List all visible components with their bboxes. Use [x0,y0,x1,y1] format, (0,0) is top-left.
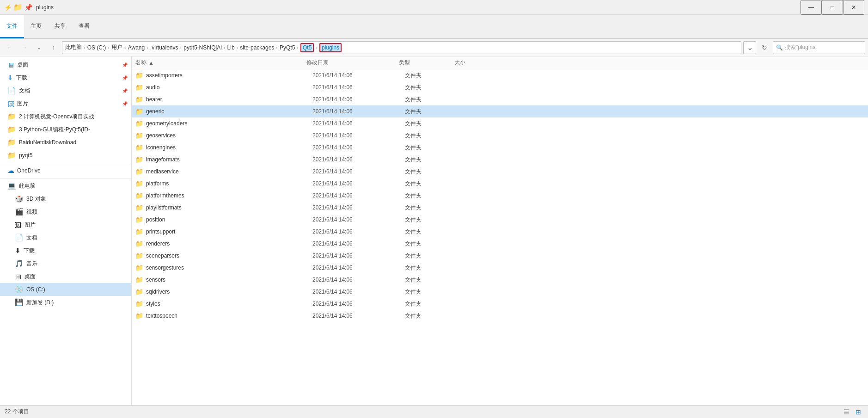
pin-icon: 📌 [24,3,32,12]
sidebar-item-documents-quick[interactable]: 📄 文档 📌 [0,84,131,97]
file-type-18: 文件夹 [405,288,460,296]
sidebar-item-pictures-quick[interactable]: 🖼 图片 📌 [0,97,131,110]
tab-home[interactable]: 主页 [24,15,48,38]
sidebar-item-pyqt5[interactable]: 📁 pyqt5 [0,149,131,162]
status-bar: 22 个项目 ☰ ⊞ [0,405,868,418]
sidebar-item-music[interactable]: 🎵 音乐 [0,257,131,270]
file-row[interactable]: 📁 generic 2021/6/14 14:06 文件夹 [132,105,868,117]
sidebar-item-opencv[interactable]: 📁 2 计算机视觉-Opencv项目实战 [0,110,131,123]
refresh-button[interactable]: ↻ [758,41,771,54]
file-row[interactable]: 📁 platforms 2021/6/14 14:06 文件夹 [132,178,868,190]
path-plugins: plugins [319,43,342,52]
file-row[interactable]: 📁 iconengines 2021/6/14 14:06 文件夹 [132,141,868,154]
file-row[interactable]: 📁 geometryloaders 2021/6/14 14:06 文件夹 [132,117,868,129]
sidebar-item-pictures-pc[interactable]: 🖼 图片 [0,218,131,231]
file-name-17: sensors [146,277,312,283]
col-header-name[interactable]: 名称 ▲ [135,59,306,67]
folder-icon-2: 📁 [135,96,143,103]
main-layout: 🖥 桌面 📌 ⬇ 下载 📌 📄 文档 📌 🖼 图片 📌 📁 2 计算机视觉-Op… [0,56,868,405]
file-date-15: 2021/6/14 14:06 [312,252,405,259]
detail-view-button[interactable]: ⊞ [853,407,863,417]
sidebar-item-documents-pc[interactable]: 📄 文档 [0,231,131,244]
sidebar-item-baidu[interactable]: 📁 BaiduNetdiskDownload [0,136,131,149]
folder-icon-1: 📁 [135,84,143,91]
documents-icon: 📄 [7,86,16,95]
minimize-button[interactable]: — [801,0,822,15]
file-row[interactable]: 📁 renderers 2021/6/14 14:06 文件夹 [132,238,868,250]
sidebar-item-pyqt5-gui[interactable]: 📁 3 Python-GUI编程-PyQt5(ID- [0,123,131,136]
path-pc: 此电脑 [65,43,82,51]
path-user: 用户 [111,43,122,51]
address-bar[interactable]: 此电脑 › OS (C:) › 用户 › Awang › .virtualenv… [62,41,741,54]
sidebar-item-os-c[interactable]: 💿 OS (C:) [0,283,131,296]
file-name-19: styles [146,301,312,307]
content-area: 名称 ▲ 修改日期 类型 大小 📁 assetimporters 2021/6/… [132,56,868,405]
up-button[interactable]: ↑ [47,41,60,54]
file-row[interactable]: 📁 texttospeech 2021/6/14 14:06 文件夹 [132,310,868,322]
tab-view[interactable]: 查看 [72,15,96,38]
file-row[interactable]: 📁 assetimporters 2021/6/14 14:06 文件夹 [132,69,868,81]
file-date-9: 2021/6/14 14:06 [312,180,405,187]
sidebar-item-onedrive[interactable]: ☁ OneDrive [0,164,131,177]
file-row[interactable]: 📁 geoservices 2021/6/14 14:06 文件夹 [132,129,868,141]
sidebar-item-desktop-quick[interactable]: 🖥 桌面 📌 [0,58,131,71]
file-type-6: 文件夹 [405,144,460,152]
path-pyqt5-env: pyqt5-NShIQjAi [183,44,222,51]
file-type-7: 文件夹 [405,156,460,164]
file-row[interactable]: 📁 styles 2021/6/14 14:06 文件夹 [132,298,868,310]
file-date-20: 2021/6/14 14:06 [312,313,405,319]
folder-icon-15: 📁 [135,252,143,259]
sidebar-item-desktop-pc[interactable]: 🖥 桌面 [0,270,131,283]
file-date-14: 2021/6/14 14:06 [312,240,405,247]
col-header-date[interactable]: 修改日期 [306,59,399,67]
sidebar-item-downloads-quick[interactable]: ⬇ 下载 📌 [0,71,131,84]
file-row[interactable]: 📁 bearer 2021/6/14 14:06 文件夹 [132,93,868,105]
download-icon: ⬇ [7,74,13,82]
file-row[interactable]: 📁 platformthemes 2021/6/14 14:06 文件夹 [132,190,868,202]
path-pyqt5: PyQt5 [280,44,295,51]
file-row[interactable]: 📁 mediaservice 2021/6/14 14:06 文件夹 [132,166,868,178]
file-row[interactable]: 📁 sceneparsers 2021/6/14 14:06 文件夹 [132,250,868,262]
file-row[interactable]: 📁 audio 2021/6/14 14:06 文件夹 [132,81,868,93]
sidebar-item-video[interactable]: 🎬 视频 [0,205,131,218]
col-header-type[interactable]: 类型 [399,59,454,67]
file-row[interactable]: 📁 sqldrivers 2021/6/14 14:06 文件夹 [132,286,868,298]
file-row[interactable]: 📁 sensorgestures 2021/6/14 14:06 文件夹 [132,262,868,274]
file-type-8: 文件夹 [405,168,460,176]
sidebar-item-downloads-pc[interactable]: ⬇ 下载 [0,244,131,257]
folder-icon-11: 📁 [135,204,143,211]
col-header-size[interactable]: 大小 [454,59,510,67]
close-button[interactable]: ✕ [843,0,864,15]
maximize-button[interactable]: □ [822,0,843,15]
list-view-button[interactable]: ☰ [841,407,851,417]
search-icon: 🔍 [776,44,783,51]
tab-file[interactable]: 文件 [0,15,24,38]
address-dropdown-button[interactable]: ⌄ [743,41,756,54]
file-name-13: printsupport [146,228,312,235]
sidebar-item-3d[interactable]: 🎲 3D 对象 [0,192,131,205]
back-button[interactable]: ← [3,41,16,54]
folder-icon-0: 📁 [135,72,143,79]
sidebar-item-thispc[interactable]: 💻 此电脑 [0,179,131,192]
file-row[interactable]: 📁 imageformats 2021/6/14 14:06 文件夹 [132,154,868,166]
sidebar-divider-1 [0,163,131,163]
search-box[interactable]: 🔍 搜索"plugins" [773,41,865,54]
file-row[interactable]: 📁 printsupport 2021/6/14 14:06 文件夹 [132,226,868,238]
dropdown-button[interactable]: ⌄ [32,41,45,54]
folder-icon-5: 📁 [135,132,143,139]
folder-icon-7: 📁 [135,156,143,163]
file-row[interactable]: 📁 playlistformats 2021/6/14 14:06 文件夹 [132,202,868,214]
path-lib: Lib [227,44,235,51]
file-row[interactable]: 📁 sensors 2021/6/14 14:06 文件夹 [132,274,868,286]
folder-icon-10: 📁 [135,192,143,199]
file-date-4: 2021/6/14 14:06 [312,120,405,127]
file-row[interactable]: 📁 position 2021/6/14 14:06 文件夹 [132,214,868,226]
forward-button[interactable]: → [18,41,31,54]
path-awang: Awang [128,44,145,51]
file-date-1: 2021/6/14 14:06 [312,84,405,91]
tab-share[interactable]: 共享 [48,15,72,38]
file-date-17: 2021/6/14 14:06 [312,277,405,283]
file-date-6: 2021/6/14 14:06 [312,144,405,151]
sidebar-item-new-volume[interactable]: 💾 新加卷 (D:) [0,296,131,309]
file-name-14: renderers [146,240,312,247]
